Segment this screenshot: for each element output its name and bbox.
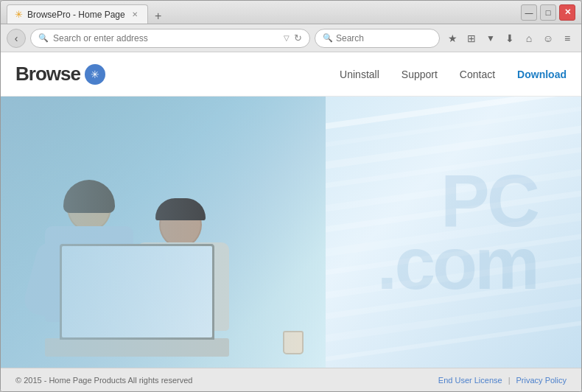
uninstall-nav-link[interactable]: Uninstall xyxy=(340,69,379,80)
photo-overlay xyxy=(1,97,326,368)
hero-background: PC .com xyxy=(1,97,581,368)
search-input[interactable] xyxy=(336,33,446,43)
title-bar: ✳ BrowsePro - Home Page ✕ + — □ ✕ xyxy=(1,1,581,24)
hero-area: PC .com xyxy=(1,97,581,368)
tab-label: BrowsePro - Home Page xyxy=(27,10,125,20)
hero-photo xyxy=(1,97,326,368)
page-icon[interactable]: ⊞ xyxy=(463,30,480,46)
site-logo: Browse ✳ xyxy=(15,63,105,85)
footer-links: End User License | Privacy Policy xyxy=(438,376,567,385)
toolbar-icons: ★ ⊞ ▼ ⬇ ⌂ ☺ ≡ xyxy=(444,30,575,46)
site-nav: Uninstall Support Contact Download xyxy=(340,69,567,80)
download-icon[interactable]: ⬇ xyxy=(502,30,518,46)
site-header: Browse ✳ Uninstall Support Contact Downl… xyxy=(1,52,581,97)
download-nav-link[interactable]: Download xyxy=(517,69,567,80)
new-tab-button[interactable]: + xyxy=(151,9,166,24)
nav-bar: ‹ 🔍 ▽ ↻ 🔍 ★ ⊞ ▼ ⬇ ⌂ ☺ ≡ xyxy=(1,24,581,52)
copyright-text: © 2015 - Home Page Products All rights r… xyxy=(15,376,192,385)
pocket-icon[interactable]: ▼ xyxy=(483,30,499,46)
end-user-license-link[interactable]: End User License xyxy=(438,376,502,385)
bookmark-star-icon[interactable]: ★ xyxy=(444,30,460,46)
back-button[interactable]: ‹ xyxy=(7,29,26,48)
browser-window: ✳ BrowsePro - Home Page ✕ + — □ ✕ ‹ 🔍 ▽ … xyxy=(0,0,582,392)
contact-nav-link[interactable]: Contact xyxy=(460,69,495,80)
menu-icon[interactable]: ≡ xyxy=(559,30,575,46)
address-dropdown-icon[interactable]: ▽ xyxy=(284,34,290,42)
search-bar[interactable]: 🔍 xyxy=(315,29,440,48)
tab-area: ✳ BrowsePro - Home Page ✕ + xyxy=(7,1,515,24)
tab-close-button[interactable]: ✕ xyxy=(130,10,140,20)
address-search-icon: 🔍 xyxy=(38,33,49,43)
site-footer: © 2015 - Home Page Products All rights r… xyxy=(1,368,581,391)
support-nav-link[interactable]: Support xyxy=(402,69,438,80)
address-input[interactable] xyxy=(53,33,279,43)
refresh-icon[interactable]: ↻ xyxy=(294,32,302,43)
logo-asterisk-icon: ✳ xyxy=(91,69,99,80)
smiley-icon[interactable]: ☺ xyxy=(540,30,556,46)
privacy-policy-link[interactable]: Privacy Policy xyxy=(516,376,567,385)
close-button[interactable]: ✕ xyxy=(559,4,575,21)
minimize-button[interactable]: — xyxy=(521,4,537,21)
back-icon: ‹ xyxy=(15,32,18,44)
tab-favicon-icon: ✳ xyxy=(15,9,23,20)
browser-tab[interactable]: ✳ BrowsePro - Home Page ✕ xyxy=(7,4,148,24)
home-icon[interactable]: ⌂ xyxy=(521,30,537,46)
logo-text: Browse xyxy=(15,63,80,85)
footer-divider: | xyxy=(508,376,511,385)
address-bar[interactable]: 🔍 ▽ ↻ xyxy=(30,29,310,48)
window-controls: — □ ✕ xyxy=(521,4,575,21)
search-icon: 🔍 xyxy=(323,33,333,43)
browser-content: Browse ✳ Uninstall Support Contact Downl… xyxy=(1,52,581,391)
logo-icon: ✳ xyxy=(85,64,105,85)
maximize-button[interactable]: □ xyxy=(540,4,556,21)
